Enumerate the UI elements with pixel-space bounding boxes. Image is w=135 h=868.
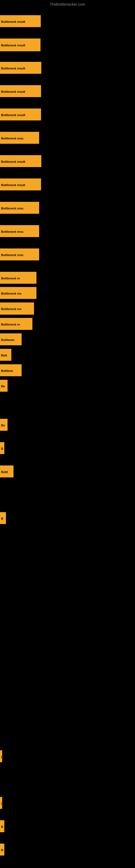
bottleneck-badge-24: | [0,750,2,762]
bottleneck-badge-2: Bottleneck result [0,38,41,51]
bottleneck-badge-21: B [0,442,4,454]
bottleneck-badge-18: Bottlene [0,364,21,376]
bottleneck-badge-14: Bottleneck res [0,303,34,315]
bottleneck-badge-16: Bottlenec [0,333,21,345]
bottleneck-badge-6: Bottleneck resu [0,132,39,144]
bottleneck-badge-26: B [0,820,4,832]
bottleneck-badge-19: Bo [0,380,8,392]
bottleneck-badge-10: Bottleneck resu [0,225,39,237]
bottleneck-badge-11: Bottleneck resu [0,248,39,260]
bottleneck-badge-25: | [0,797,2,809]
bottleneck-badge-1: Bottleneck result [0,15,41,27]
bottleneck-badge-23: B [0,512,6,524]
bottleneck-badge-5: Bottleneck result [0,108,41,120]
bottleneck-badge-4: Bottleneck result [0,85,41,97]
bottleneck-badge-27: B [0,844,4,856]
site-title: TheBottlenecker.com [0,2,135,6]
bottleneck-badge-13: Bottleneck res [0,287,37,299]
bottleneck-badge-8: Bottleneck result [0,179,41,190]
bottleneck-badge-15: Bottleneck re [0,318,32,330]
bottleneck-badge-17: Bott [0,349,11,361]
bottleneck-badge-22: Bottl [0,465,13,477]
bottleneck-badge-3: Bottleneck result [0,62,41,74]
bottleneck-badge-20: Bo [0,419,8,431]
bottleneck-badge-7: Bottleneck result [0,155,41,167]
bottleneck-badge-12: Bottleneck re [0,272,37,284]
bottleneck-badge-9: Bottleneck resu [0,202,39,214]
